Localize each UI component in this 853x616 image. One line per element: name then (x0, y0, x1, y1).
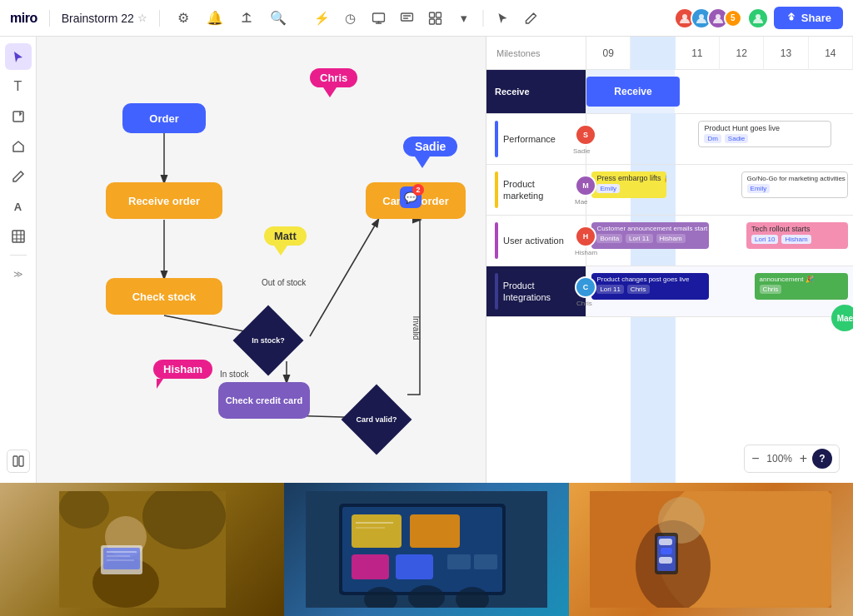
lightning-icon[interactable]: ⚡ (310, 6, 335, 31)
hisham-label: Hisham (153, 360, 212, 379)
screen-icon[interactable] (367, 6, 392, 31)
timer-icon[interactable]: ◷ (338, 6, 363, 31)
center-divider (483, 10, 484, 27)
check-credit-node[interactable]: Check credit card (218, 382, 310, 419)
tool-divider (10, 255, 27, 256)
announcement-tags: Chris (760, 285, 843, 294)
bell-icon[interactable]: 🔔 (203, 7, 227, 30)
search-icon[interactable]: 🔍 (267, 7, 290, 30)
invalid-label: Invalid (412, 316, 421, 340)
header-right: 5 Share (674, 7, 843, 29)
avatar-count[interactable]: 5 (724, 9, 742, 27)
product-hunt-tags: Dm Sadie (704, 134, 826, 143)
zoom-in-button[interactable]: + (800, 452, 807, 465)
matt-cursor: Matt (264, 226, 307, 256)
go-nogo-bar[interactable]: Go/No-Go for marketing activities Emily (741, 171, 848, 198)
grid-icon[interactable] (423, 6, 448, 31)
tech-rollout-text: Tech rollout starts (751, 225, 843, 233)
draw-tool[interactable] (5, 163, 32, 190)
customer-announcement-tags: Bonita Lori 11 Hisham (596, 234, 704, 243)
customer-announcement-bar[interactable]: Customer announcement emails start to go… (591, 222, 709, 249)
sticky-tool[interactable] (5, 103, 32, 130)
press-embargo-text: Press embargo lifts 🔒 (596, 174, 661, 182)
announcement-bar[interactable]: announcement 🎉 Chris (755, 273, 848, 300)
go-nogo-tags: Emily (747, 184, 842, 193)
table-tool[interactable] (5, 223, 32, 250)
photo-2 (284, 483, 568, 616)
board-title-text: Brainstorm 22 (62, 12, 134, 25)
chat-icon[interactable] (395, 6, 420, 31)
help-button[interactable]: ? (812, 449, 832, 469)
flowchart-panel[interactable]: Order Receive order Check stock In stock… (37, 37, 486, 483)
upload-icon[interactable] (235, 7, 258, 30)
product-changes-bar[interactable]: Product changes post goes live Lori 11 C… (591, 273, 709, 300)
photo-3 (569, 483, 853, 616)
announcement-text: announcement 🎉 (760, 276, 843, 283)
product-marketing-avatar: M (575, 175, 596, 196)
user-activation-row: User activation H Hisham Customer announ… (486, 216, 853, 266)
check-stock-node[interactable]: Check stock (106, 278, 222, 315)
mae-bubble: Mae (831, 305, 853, 331)
more-tools[interactable]: ≫ (5, 261, 32, 287)
shape-tool[interactable] (5, 133, 32, 160)
pen-icon[interactable] (519, 6, 544, 31)
matt-arrow (274, 246, 287, 256)
settings-icon[interactable]: ⚙ (172, 7, 195, 30)
zoom-out-button[interactable]: − (751, 452, 759, 465)
svg-rect-19 (13, 456, 17, 466)
cursor-icon[interactable] (491, 6, 516, 31)
product-changes-text: Product changes post goes live (596, 276, 704, 283)
panel-toggle[interactable] (7, 450, 30, 473)
svg-rect-35 (410, 514, 460, 548)
sadie-cursor: Sadie (403, 137, 457, 168)
left-toolbar: T A ≫ (0, 37, 37, 483)
svg-rect-41 (474, 554, 497, 569)
order-node[interactable]: Order (122, 103, 206, 133)
star-icon[interactable]: ☆ (137, 12, 147, 24)
tag-hisham: Hisham (656, 234, 686, 243)
avatar-group: 5 (674, 7, 769, 29)
milestones-header: Milestones (486, 37, 586, 69)
user-activation-color (495, 222, 498, 259)
avatar-extra[interactable] (747, 7, 769, 29)
chris-arrow (323, 87, 337, 97)
receive-bar[interactable]: Receive (586, 77, 680, 107)
hisham-cursor: Hisham (153, 360, 212, 389)
product-integrations-label: Product Integrations (486, 266, 586, 316)
tag-bonita: Bonita (596, 234, 622, 243)
performance-content: S Sadie Product Hunt goes live Dm Sadie (586, 114, 853, 164)
photo-1 (0, 483, 284, 616)
svg-rect-52 (661, 548, 672, 554)
in-stock-diamond[interactable]: In stock? (233, 306, 304, 376)
press-embargo-bar[interactable]: Press embargo lifts 🔒 Emily (591, 171, 666, 198)
col-14: 14 (809, 37, 853, 70)
receive-row: Receive Receive (486, 70, 853, 114)
annotation-icon[interactable]: 💬 2 (400, 186, 422, 208)
tech-rollout-bar[interactable]: Tech rollout starts Lori 10 Hisham (746, 222, 848, 249)
press-embargo-tags: Emily (596, 184, 661, 193)
product-hunt-text: Product Hunt goes live (704, 124, 826, 132)
col-13: 13 (764, 37, 808, 70)
select-tool[interactable] (5, 43, 32, 70)
in-stock-label: In stock (220, 370, 248, 379)
share-button[interactable]: Share (774, 7, 843, 29)
sadie-arrow (415, 156, 430, 168)
svg-rect-0 (373, 13, 385, 22)
photo-2-bg (284, 483, 568, 616)
product-hunt-bar[interactable]: Product Hunt goes live Dm Sadie (698, 121, 831, 147)
miro-logo: miro (10, 11, 37, 26)
svg-rect-5 (436, 19, 441, 24)
svg-rect-11 (13, 112, 23, 122)
text-box-tool[interactable]: A (5, 193, 32, 220)
card-valid-diamond[interactable]: Card valid? (342, 385, 412, 455)
chevron-down-icon[interactable]: ▾ (451, 6, 476, 31)
text-tool[interactable]: T (5, 73, 32, 100)
tag-chris: Chris (627, 285, 650, 294)
col-12: 12 (720, 37, 764, 70)
svg-rect-40 (447, 554, 471, 569)
receive-order-node[interactable]: Receive order (106, 182, 222, 219)
photos-row (0, 483, 853, 616)
svg-line-16 (310, 220, 378, 336)
tag-emily-2: Emily (747, 184, 771, 193)
chris-cursor: Chris (310, 68, 357, 97)
